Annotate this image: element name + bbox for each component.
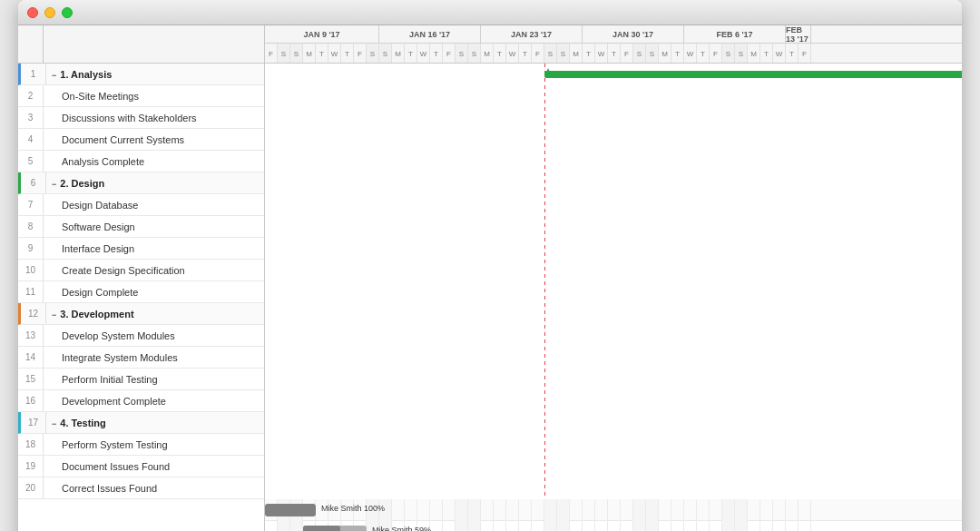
day-label: S <box>722 44 735 64</box>
task-row-name: Software Design <box>44 221 264 232</box>
day-cell <box>570 499 583 521</box>
day-label: W <box>773 44 786 64</box>
day-label: S <box>646 44 659 64</box>
day-label: T <box>671 44 684 64</box>
maximize-button[interactable] <box>62 7 73 18</box>
task-row[interactable]: 15Perform Initial Testing <box>18 369 264 390</box>
task-row[interactable]: 11Design Complete <box>18 281 264 303</box>
task-row-number: 2 <box>18 85 44 106</box>
task-row[interactable]: 12−3. Development <box>18 303 264 325</box>
title-bar <box>18 0 962 25</box>
day-label: S <box>468 44 481 64</box>
day-cell <box>608 499 621 521</box>
task-row[interactable]: 4Document Current Systems <box>18 129 264 151</box>
day-cell <box>646 521 659 531</box>
day-cell <box>583 499 595 521</box>
day-cell <box>532 521 544 531</box>
chart-row: Mike Smith 59% <box>265 521 962 531</box>
task-row[interactable]: 2On-Site Meetings <box>18 85 264 107</box>
task-row[interactable]: 18Perform System Testing <box>18 434 264 456</box>
day-cell <box>557 521 570 531</box>
task-row-number: 8 <box>18 216 44 237</box>
day-label: W <box>506 44 519 64</box>
day-cell <box>748 521 760 531</box>
day-label: T <box>786 44 799 64</box>
task-row[interactable]: 20Correct Issues Found <box>18 477 264 499</box>
task-row[interactable]: 8Software Design <box>18 216 264 238</box>
task-row[interactable]: 6−2. Design <box>18 172 264 194</box>
gantt-bar[interactable]: Mike Smith 100% <box>265 504 316 516</box>
task-row-name: Perform Initial Testing <box>44 374 264 385</box>
today-line <box>544 64 545 499</box>
gantt-bar[interactable] <box>544 71 962 78</box>
day-cell <box>735 499 748 521</box>
day-cell <box>583 521 595 531</box>
gantt-bar-label: Mike Smith 100% <box>321 504 385 513</box>
day-cell <box>456 521 468 531</box>
day-cell <box>430 499 443 521</box>
gantt-bar-label: Mike Smith 59% <box>372 526 431 531</box>
week-label: JAN 16 '17 <box>379 25 481 43</box>
task-row[interactable]: 14Integrate System Modules <box>18 347 264 369</box>
task-row-name: Document Current Systems <box>44 134 264 145</box>
day-cell <box>608 521 621 531</box>
task-row[interactable]: 16Development Complete <box>18 390 264 412</box>
chart-rows: Mike Smith 100%Mike Smith 59%Mike Smith … <box>265 64 962 531</box>
day-label: T <box>405 44 417 64</box>
day-label: F <box>443 44 456 64</box>
day-label: S <box>290 44 303 64</box>
task-row[interactable]: 13Develop System Modules <box>18 325 264 347</box>
day-label: F <box>799 44 811 64</box>
day-label: T <box>583 44 595 64</box>
chart-panel[interactable]: JAN 9 '17JAN 16 '17JAN 23 '17JAN 30 '17F… <box>265 25 962 531</box>
day-cell <box>570 521 583 531</box>
day-cell <box>773 521 786 531</box>
gantt-bar[interactable]: Mike Smith 59% <box>303 526 367 531</box>
day-cell <box>684 521 697 531</box>
day-cell <box>494 521 506 531</box>
close-button[interactable] <box>27 7 38 18</box>
task-row[interactable]: 9Interface Design <box>18 238 264 260</box>
chart-inner: JAN 9 '17JAN 16 '17JAN 23 '17JAN 30 '17F… <box>265 25 962 531</box>
day-label: W <box>684 44 697 64</box>
day-cell <box>417 499 430 521</box>
all-label[interactable] <box>18 25 44 63</box>
task-row[interactable]: 19Document Issues Found <box>18 456 264 477</box>
task-row-name: Analysis Complete <box>44 156 264 167</box>
day-label: T <box>316 44 328 64</box>
task-name-header <box>44 25 264 63</box>
day-label: M <box>748 44 760 64</box>
task-row-number: 6 <box>21 172 46 193</box>
task-row-name: −3. Development <box>46 309 264 320</box>
day-label: M <box>392 44 405 64</box>
task-row[interactable]: 7Design Database <box>18 194 264 216</box>
task-row-number: 18 <box>18 434 44 455</box>
day-cell <box>671 499 684 521</box>
day-label: S <box>456 44 468 64</box>
task-row-number: 12 <box>21 303 46 324</box>
task-row-number: 10 <box>18 260 44 280</box>
task-row[interactable]: 10Create Design Specification <box>18 260 264 281</box>
day-label: F <box>354 44 367 64</box>
chart-row: Mike Smith 100% <box>265 499 962 521</box>
task-row-name: Perform System Testing <box>44 439 264 450</box>
day-cell <box>710 521 722 531</box>
task-row[interactable]: 5Analysis Complete <box>18 151 264 172</box>
task-row[interactable]: 3Discussions with Stakeholders <box>18 107 264 129</box>
day-label: S <box>367 44 379 64</box>
task-row-number: 11 <box>18 281 44 302</box>
day-cell <box>748 499 760 521</box>
day-label: W <box>595 44 608 64</box>
task-row[interactable]: 1−1. Analysis <box>18 64 264 85</box>
task-row[interactable]: 17−4. Testing <box>18 412 264 434</box>
minimize-button[interactable] <box>44 7 55 18</box>
day-cell <box>773 499 786 521</box>
day-cell <box>760 499 773 521</box>
day-cell <box>468 499 481 521</box>
time-header: JAN 9 '17JAN 16 '17JAN 23 '17JAN 30 '17F… <box>265 25 962 64</box>
day-label: W <box>417 44 430 64</box>
day-cell <box>633 499 646 521</box>
day-cell <box>506 499 519 521</box>
gantt-container: 1−1. Analysis2On-Site Meetings3Discussio… <box>18 25 962 531</box>
task-row-name: Design Complete <box>44 287 264 298</box>
